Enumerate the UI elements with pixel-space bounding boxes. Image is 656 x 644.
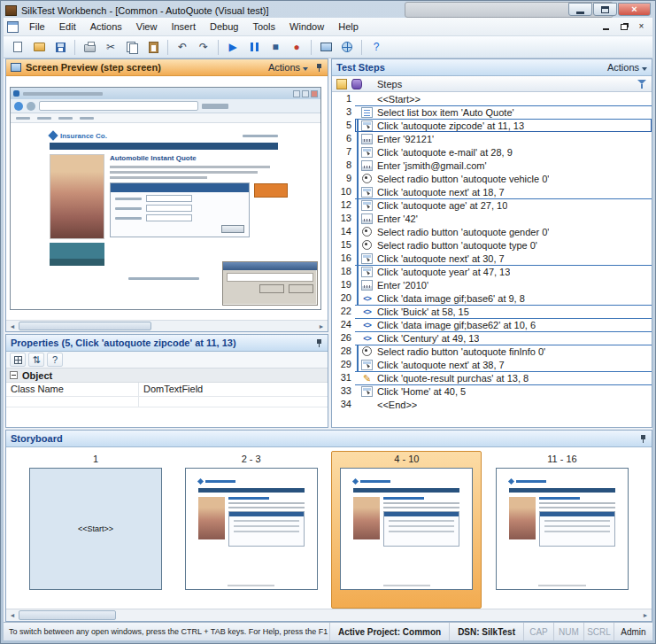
- test-step-row[interactable]: 20<>Click 'data image gif;base6' at 9, 8: [332, 291, 652, 305]
- test-step-row[interactable]: 5Click 'autoquote zipcode' at 11, 13: [332, 119, 652, 132]
- new-document-button[interactable]: [8, 38, 27, 57]
- maximize-button[interactable]: [593, 3, 617, 16]
- mdi-close-button[interactable]: ×: [634, 20, 649, 33]
- test-step-row[interactable]: 10Click 'autoquote next' at 18, 7: [332, 185, 652, 198]
- storyboard-header[interactable]: Storyboard: [6, 431, 652, 447]
- test-step-row[interactable]: 3Select list box item 'Auto Quote': [332, 105, 652, 119]
- steps-actions-menu[interactable]: Actions: [607, 62, 647, 73]
- preview-actions-menu[interactable]: Actions: [268, 62, 308, 73]
- test-step-row[interactable]: 13Enter '42': [332, 212, 652, 225]
- scroll-left-icon[interactable]: ◄: [6, 612, 19, 618]
- test-step-row[interactable]: 24<>Click 'data image gif;base62' at 10,…: [332, 318, 652, 331]
- test-step-row[interactable]: 9Select radio button 'autoquote vehicle …: [332, 172, 652, 185]
- test-step-row[interactable]: 18Click 'autoquote year' at 47, 13: [332, 265, 652, 278]
- close-button[interactable]: ×: [618, 3, 651, 16]
- pin-icon[interactable]: [315, 63, 323, 73]
- pause-button[interactable]: [244, 38, 264, 57]
- properties-header[interactable]: Properties (5, Click 'autoquote zipcode'…: [6, 335, 328, 352]
- test-step-row[interactable]: 15Select radio button 'autoquote type 0': [332, 238, 652, 252]
- test-step-row[interactable]: 33Click 'Home' at 40, 5: [332, 384, 652, 398]
- cut-button[interactable]: ✂: [101, 38, 120, 57]
- storyboard-thumbnail[interactable]: 2 - 3: [176, 451, 327, 609]
- step-text: Select radio button 'autoquote gender 0': [377, 227, 549, 237]
- mdi-minimize-button[interactable]: [598, 20, 614, 33]
- web-page-button[interactable]: [337, 38, 357, 57]
- scroll-left-icon[interactable]: ◄: [6, 323, 19, 330]
- property-group-row[interactable]: Object: [6, 369, 328, 383]
- step-click-icon: [361, 253, 373, 264]
- print-button[interactable]: [80, 38, 99, 57]
- test-step-row[interactable]: 29Click 'autoquote next' at 38, 7: [332, 358, 652, 371]
- storyboard-thumbnail[interactable]: 4 - 10: [331, 451, 482, 609]
- text-placeholder: [115, 207, 142, 210]
- sort-alphabetical-button[interactable]: ⇅: [28, 353, 44, 367]
- test-step-row[interactable]: 6Enter '92121': [332, 132, 652, 145]
- storyboard-horizontal-scrollbar[interactable]: ◄ ►: [6, 609, 652, 621]
- test-step-row[interactable]: 19Enter '2010': [332, 278, 652, 291]
- filter-icon[interactable]: [637, 79, 647, 89]
- pause-icon: [251, 43, 259, 51]
- menu-view[interactable]: View: [129, 19, 165, 35]
- open-button[interactable]: [29, 38, 49, 57]
- stop-button[interactable]: ■: [266, 38, 285, 57]
- property-row[interactable]: Class NameDomTextField: [6, 383, 328, 397]
- screen-preview-header[interactable]: Screen Preview (step screen) Actions: [6, 59, 328, 76]
- save-button[interactable]: [50, 38, 70, 57]
- text-placeholder: [539, 502, 615, 504]
- test-step-row[interactable]: 16Click 'autoquote next' at 30, 7: [332, 252, 652, 265]
- workspace: Screen Preview (step screen) Actions: [4, 58, 652, 622]
- storyboard-page-thumb[interactable]: [496, 468, 629, 590]
- storyboard-thumbnail[interactable]: 1<<Start>>: [20, 451, 171, 609]
- minimize-button[interactable]: [568, 3, 592, 16]
- scroll-right-icon[interactable]: ►: [639, 612, 652, 618]
- collapse-icon[interactable]: [10, 371, 18, 379]
- property-value[interactable]: DomTextField: [139, 383, 328, 396]
- scrollbar-thumb[interactable]: [19, 610, 116, 620]
- test-step-row[interactable]: 34<<End>>: [332, 398, 652, 411]
- step-number: 31: [332, 371, 355, 384]
- preview-horizontal-scrollbar[interactable]: ◄ ►: [6, 320, 328, 331]
- mdi-restore-button[interactable]: [616, 20, 631, 33]
- run-button[interactable]: ▶: [223, 38, 243, 57]
- scrollbar-thumb[interactable]: [19, 322, 151, 330]
- test-step-row[interactable]: 1<<Start>>: [332, 92, 652, 105]
- storyboard-page-thumb[interactable]: [340, 468, 473, 590]
- test-step-row[interactable]: 8Enter 'jsmith@gmail.com': [332, 159, 652, 172]
- menu-window[interactable]: Window: [282, 19, 331, 35]
- storyboard-start-thumb[interactable]: <<Start>>: [29, 468, 162, 590]
- menu-actions[interactable]: Actions: [83, 19, 129, 35]
- copy-button[interactable]: [122, 38, 142, 57]
- test-step-row[interactable]: 22<>Click 'Buick' at 58, 15: [332, 305, 652, 318]
- pin-icon[interactable]: [639, 434, 647, 444]
- menu-tools[interactable]: Tools: [245, 19, 282, 35]
- help-button[interactable]: ?: [47, 353, 63, 367]
- redo-button[interactable]: ↷: [194, 38, 213, 57]
- undo-button[interactable]: ↶: [173, 38, 192, 57]
- record-button[interactable]: ●: [287, 38, 306, 57]
- storyboard-thumbnail[interactable]: 11 - 16: [487, 451, 637, 609]
- test-step-row[interactable]: 7Click 'autoquote e-mail' at 28, 9: [332, 145, 652, 159]
- step-group-line: [355, 291, 361, 305]
- test-step-row[interactable]: 26<>Click 'Century' at 49, 13: [332, 331, 652, 345]
- menu-debug[interactable]: Debug: [203, 19, 245, 35]
- scroll-right-icon[interactable]: ►: [315, 323, 328, 330]
- storyboard-page-thumb[interactable]: [185, 468, 318, 590]
- help-button[interactable]: ?: [367, 38, 386, 57]
- test-steps-header[interactable]: Test Steps Actions: [332, 59, 652, 76]
- test-step-row[interactable]: 31✎Click 'quote-result purchas' at 13, 8: [332, 371, 652, 384]
- test-step-row[interactable]: 28Select radio button 'autoquote finInfo…: [332, 345, 652, 358]
- menu-help[interactable]: Help: [331, 19, 366, 35]
- menu-file[interactable]: File: [22, 19, 52, 35]
- test-step-row[interactable]: 12Click 'autoquote age' at 27, 10: [332, 198, 652, 212]
- steps-column-header[interactable]: Steps: [332, 76, 652, 92]
- menu-edit[interactable]: Edit: [52, 19, 83, 35]
- screen-preview-image[interactable]: Insurance Co.: [6, 76, 328, 320]
- test-step-row[interactable]: 14Select radio button 'autoquote gender …: [332, 225, 652, 238]
- screen-capture-button[interactable]: [316, 38, 336, 57]
- categorized-view-button[interactable]: [10, 353, 26, 367]
- step-group-line: [355, 225, 361, 238]
- pin-icon[interactable]: [315, 338, 323, 348]
- paste-button[interactable]: [143, 38, 163, 57]
- properties-grid: Object Class NameDomTextField: [6, 369, 328, 427]
- menu-insert[interactable]: Insert: [164, 19, 203, 35]
